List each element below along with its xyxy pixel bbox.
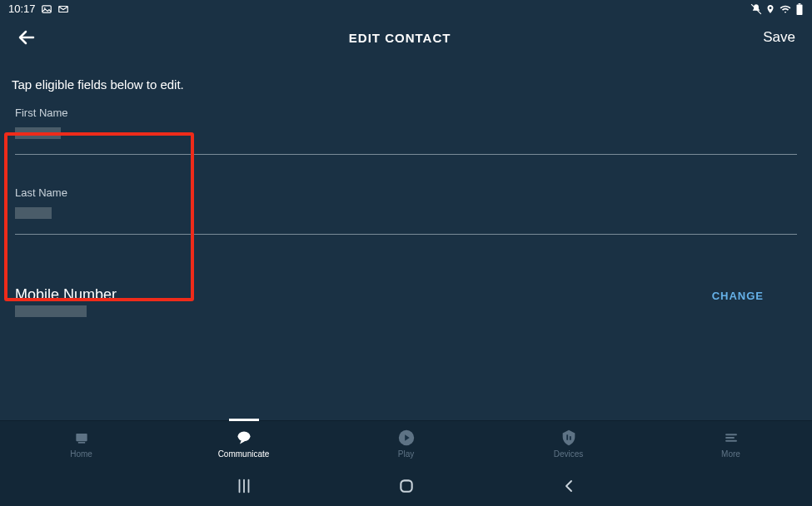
first-name-value-redacted[interactable] [15,127,61,139]
mobile-number-section: Mobile Number CHANGE [0,286,812,317]
svg-point-7 [237,432,250,442]
last-name-value-redacted[interactable] [15,207,52,219]
nav-devices-label: Devices [554,449,584,459]
sysnav-back[interactable] [527,479,610,494]
mobile-number-label: Mobile Number [15,286,117,304]
location-icon [765,3,775,15]
nav-home-label: Home [70,449,92,459]
more-icon [722,429,740,447]
page-title: EDIT CONTACT [349,31,451,45]
nav-devices[interactable]: Devices [527,429,610,459]
nav-communicate[interactable]: Communicate [202,429,286,459]
first-name-input-line[interactable] [15,147,797,155]
svg-rect-6 [77,442,84,444]
svg-rect-4 [799,3,801,4]
battery-icon [795,3,804,15]
svg-rect-0 [42,5,51,12]
svg-rect-5 [76,434,87,441]
system-nav-bar [0,466,812,506]
wifi-icon [779,3,792,15]
first-name-label: First Name [15,107,797,119]
save-button[interactable]: Save [763,29,795,46]
change-button[interactable]: CHANGE [712,286,797,302]
mobile-number-value-redacted [15,305,87,317]
image-icon [41,3,52,15]
devices-icon [560,429,578,447]
svg-rect-11 [401,480,411,491]
communicate-icon [234,429,254,447]
nav-play[interactable]: Play [365,429,448,459]
svg-rect-10 [569,436,570,440]
play-icon [397,429,416,447]
first-name-field-group: First Name [0,107,812,142]
nav-more[interactable]: More [690,429,773,459]
nav-more-label: More [721,449,740,459]
last-name-field-group: Last Name [0,186,812,222]
svg-rect-3 [797,4,803,15]
nav-play-label: Play [398,449,414,459]
nav-communicate-label: Communicate [218,449,270,459]
sysnav-home[interactable] [365,478,448,494]
home-icon [72,429,92,447]
instruction-text: Tap eligible fields below to edit. [0,57,812,98]
vibrate-icon [750,3,762,15]
mail-icon [57,3,69,15]
last-name-input-line[interactable] [15,227,797,235]
header: EDIT CONTACT Save [0,17,812,57]
bottom-nav: Home Communicate Play Devices More [0,420,812,466]
last-name-label: Last Name [15,186,797,199]
content-area: Tap eligible fields below to edit. First… [0,57,812,317]
status-time: 10:17 [8,2,36,15]
svg-rect-9 [566,434,568,439]
back-button[interactable] [17,27,37,47]
sysnav-recents[interactable] [202,477,286,495]
nav-home[interactable]: Home [40,429,123,459]
status-bar: 10:17 [0,0,812,17]
